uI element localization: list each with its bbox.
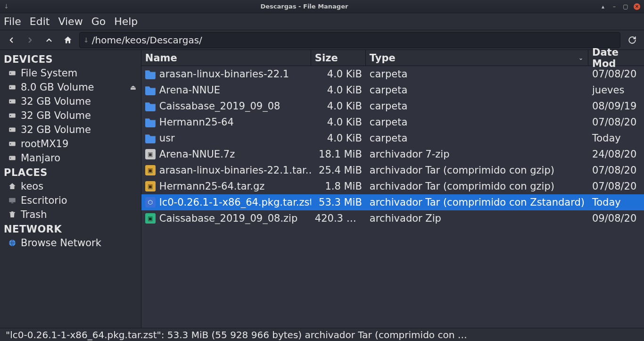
window-title: Descargas - File Manager — [13, 3, 596, 10]
file-name-cell: arasan-linux-binaries-22.1.tar.… — [141, 165, 311, 176]
file-type: archivador Tar (comprimido con Zstandard… — [366, 197, 588, 208]
file-rows[interactable]: arasan-linux-binaries-22.14.0 KiBcarpeta… — [141, 66, 644, 328]
file-row[interactable]: lc0-0.26.1-1-x86_64.pkg.tar.zst53.3 MiBa… — [141, 194, 644, 210]
svg-rect-14 — [9, 198, 16, 202]
file-size: 4.0 KiB — [311, 84, 366, 96]
sidebar-item-label: Manjaro — [21, 152, 60, 164]
window-close-button[interactable]: × — [634, 3, 640, 10]
sidebar-item-label: Trash — [21, 209, 47, 220]
svg-point-3 — [10, 87, 11, 88]
file-type: carpeta — [366, 116, 588, 128]
folder-icon — [145, 85, 156, 95]
forward-button[interactable] — [23, 33, 38, 48]
eject-icon[interactable]: ⏏ — [130, 83, 136, 91]
file-type: carpeta — [366, 84, 588, 96]
svg-point-5 — [10, 101, 11, 102]
sidebar-item-network-0[interactable]: Browse Network — [0, 236, 141, 250]
file-row[interactable]: Arena-NNUE.7z18.1 MiBarchivador 7-zip24/… — [141, 146, 644, 162]
home-button[interactable] — [60, 33, 75, 48]
sidebar-item-device-5[interactable]: rootMX19 — [0, 137, 141, 151]
file-row[interactable]: usr4.0 KiBcarpetaToday — [141, 130, 644, 146]
file-date: 09/08/20 — [588, 213, 644, 224]
menu-help[interactable]: Help — [114, 16, 138, 27]
file-size: 4.0 KiB — [311, 68, 366, 80]
drive-icon — [8, 153, 17, 163]
window-shade-button[interactable]: ▴ — [600, 3, 606, 10]
svg-point-9 — [10, 129, 11, 130]
sidebar-item-label: 32 GB Volume — [21, 110, 91, 121]
menu-edit[interactable]: Edit — [30, 16, 50, 27]
sidebar-heading-places: PLACES — [0, 165, 141, 179]
file-date: jueves — [588, 84, 644, 96]
file-row[interactable]: arasan-linux-binaries-22.1.tar.…25.4 MiB… — [141, 162, 644, 178]
sidebar: DEVICES File System8.0 GB Volume⏏32 GB V… — [0, 50, 141, 328]
sidebar-item-place-1[interactable]: Escritorio — [0, 193, 141, 208]
menubar: File Edit View Go Help — [0, 13, 644, 30]
svg-point-11 — [10, 143, 11, 144]
sidebar-item-device-6[interactable]: Manjaro — [0, 151, 141, 165]
file-name: Hermann25-64.tar.gz — [159, 181, 264, 192]
folder-icon — [145, 101, 156, 111]
file-name-cell: Hermann25-64.tar.gz — [141, 181, 311, 192]
window-maximize-button[interactable]: ▢ — [622, 3, 629, 10]
toolbar: ↓ /home/keos/Descargas/ — [0, 30, 644, 50]
file-row[interactable]: Hermann25-64.tar.gz1.8 MiBarchivador Tar… — [141, 178, 644, 194]
svg-point-13 — [10, 158, 11, 158]
menu-file[interactable]: File — [4, 16, 21, 27]
titlebar-pin-icon[interactable]: ↓ — [0, 3, 13, 10]
zip-icon — [145, 213, 156, 224]
column-name[interactable]: Name — [141, 50, 311, 66]
column-date[interactable]: Date Mod — [588, 50, 644, 66]
file-date: 07/08/20 — [588, 68, 644, 80]
file-date: 08/09/19 — [588, 100, 644, 112]
drive-icon — [8, 68, 17, 78]
sidebar-item-device-1[interactable]: 8.0 GB Volume⏏ — [0, 80, 141, 94]
sidebar-heading-devices: DEVICES — [0, 52, 141, 66]
sidebar-item-place-2[interactable]: Trash — [0, 208, 141, 222]
desktop-icon — [8, 196, 17, 205]
file-name: Arena-NNUE — [159, 84, 220, 96]
folder-icon — [145, 69, 156, 79]
file-size: 4.0 KiB — [311, 133, 366, 144]
file-name-cell: Arena-NNUE — [141, 84, 311, 96]
window-minimize-button[interactable]: – — [611, 3, 618, 10]
location-bar[interactable]: ↓ /home/keos/Descargas/ — [79, 32, 620, 48]
sidebar-item-label: 32 GB Volume — [21, 124, 91, 135]
column-type-label: Type — [370, 52, 396, 64]
file-row[interactable]: Caissabase_2019_09_08.zip420.3 MiBarchiv… — [141, 210, 644, 226]
location-indicator-icon: ↓ — [83, 36, 89, 44]
sidebar-item-device-0[interactable]: File System — [0, 66, 141, 80]
menu-view[interactable]: View — [58, 16, 83, 27]
sidebar-item-device-3[interactable]: 32 GB Volume — [0, 108, 141, 123]
file-type: archivador 7-zip — [366, 149, 588, 160]
status-bar: "lc0-0.26.1-1-x86_64.pkg.tar.zst": 53.3 … — [0, 328, 644, 341]
file-row[interactable]: Hermann25-644.0 KiBcarpeta07/08/20 — [141, 114, 644, 130]
sidebar-item-device-4[interactable]: 32 GB Volume — [0, 123, 141, 137]
file-row[interactable]: arasan-linux-binaries-22.14.0 KiBcarpeta… — [141, 66, 644, 82]
sidebar-item-device-2[interactable]: 32 GB Volume — [0, 94, 141, 108]
file-size: 25.4 MiB — [311, 165, 366, 176]
file-size: 53.3 MiB — [311, 197, 366, 208]
file-name-cell: arasan-linux-binaries-22.1 — [141, 68, 311, 80]
file-name-cell: Arena-NNUE.7z — [141, 149, 311, 160]
back-button[interactable] — [4, 33, 19, 48]
file-name: Hermann25-64 — [159, 116, 234, 128]
file-row[interactable]: Arena-NNUE4.0 KiBcarpetajueves — [141, 82, 644, 98]
up-button[interactable] — [41, 33, 57, 48]
file-date: 24/08/20 — [588, 149, 644, 160]
file-row[interactable]: Caissabase_2019_09_084.0 KiBcarpeta08/09… — [141, 98, 644, 114]
sidebar-heading-network: NETWORK — [0, 222, 141, 236]
reload-button[interactable] — [624, 33, 640, 48]
sort-indicator-icon: ⌄ — [578, 55, 583, 61]
sidebar-item-place-0[interactable]: keos — [0, 179, 141, 193]
file-name: usr — [159, 133, 175, 144]
column-headers: Name Size Type ⌄ Date Mod — [141, 50, 644, 66]
file-name: Caissabase_2019_09_08.zip — [159, 213, 297, 224]
file-type: carpeta — [366, 100, 588, 112]
file-name: Caissabase_2019_09_08 — [159, 100, 281, 112]
file-date: Today — [588, 133, 644, 144]
file-name: arasan-linux-binaries-22.1.tar.… — [159, 165, 311, 176]
column-size[interactable]: Size — [311, 50, 366, 66]
column-type[interactable]: Type ⌄ — [366, 50, 588, 66]
menu-go[interactable]: Go — [91, 16, 106, 27]
